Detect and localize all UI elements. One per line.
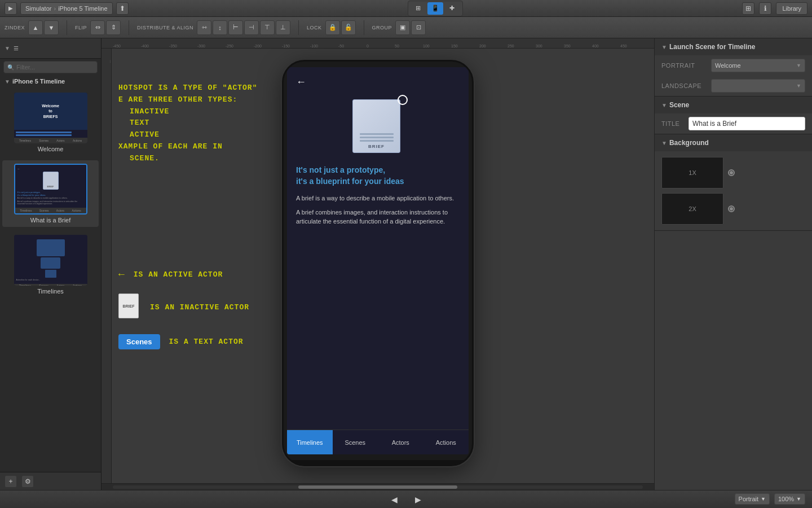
play-button[interactable]: ▶ bbox=[5, 2, 17, 15]
bg-1x-label: 1X bbox=[689, 169, 696, 176]
sidebar-item-what-is-brief[interactable]: ← BRIEF It's not just a prototype,it's a… bbox=[2, 160, 99, 227]
group-btn[interactable]: ▣ bbox=[395, 20, 410, 35]
search-placeholder: Filter... bbox=[16, 64, 35, 71]
info-icon[interactable]: ℹ bbox=[759, 2, 771, 15]
zindex-up-btn[interactable]: ▲ bbox=[28, 20, 43, 35]
sidebar-header: ▼ ☰ bbox=[0, 38, 101, 59]
scrollbar-thumb[interactable] bbox=[298, 485, 457, 489]
portrait-row: PORTRAIT Welcome ▼ bbox=[655, 55, 812, 76]
zoom-label: 100% bbox=[778, 496, 794, 502]
device-desktop bbox=[37, 239, 65, 256]
sidebar-toggle[interactable]: ▼ iPhone 5 Timeline bbox=[0, 76, 101, 87]
phone-desc2: A brief combines images, and interaction… bbox=[296, 208, 460, 226]
sidebar-collapse-icon[interactable]: ▼ bbox=[5, 45, 10, 51]
device-phone bbox=[45, 270, 56, 278]
brief-thumb-desc: A brief is a way to describe a mobile ap… bbox=[17, 197, 84, 200]
bg-radio-1x[interactable] bbox=[728, 169, 735, 176]
scene-title-input[interactable]: What is a Brief bbox=[689, 117, 805, 130]
phone-tab-timelines[interactable]: Timelines bbox=[287, 430, 333, 454]
phone-tab-scenes[interactable]: Scenes bbox=[333, 430, 378, 454]
flip-v-btn[interactable]: ⇕ bbox=[106, 20, 121, 35]
scene-name-brief: What is a Brief bbox=[30, 217, 71, 224]
landscape-dropdown[interactable]: ▼ bbox=[711, 79, 805, 93]
main-area: ▼ ☰ 🔍 Filter... ▼ iPhone 5 Timeline Welc… bbox=[0, 38, 812, 490]
breadcrumb[interactable]: Simulator › iPhone 5 Timeline bbox=[20, 2, 113, 15]
toolbar-right: ⊞ ℹ Library bbox=[742, 2, 807, 15]
ungroup-btn[interactable]: ⊡ bbox=[411, 20, 426, 35]
brief-tab-bar: Timelines Scenes Actors Actions bbox=[15, 208, 86, 213]
library-button[interactable]: Library bbox=[776, 2, 807, 15]
brief-doc-icon: BRIEF bbox=[352, 99, 403, 156]
align-left-btn[interactable]: ⊢ bbox=[228, 20, 243, 35]
prev-frame-button[interactable]: ◀ bbox=[387, 493, 401, 506]
zoom-dropdown[interactable]: 100% ▼ bbox=[774, 493, 805, 505]
grid-icon[interactable]: ⊞ bbox=[742, 2, 754, 15]
sidebar-item-welcome[interactable]: WelcometoBRIEFS Timelines Scenes Actors … bbox=[2, 89, 99, 156]
welcome-tab-actions: Actions bbox=[73, 139, 82, 142]
next-frame-button[interactable]: ▶ bbox=[411, 493, 425, 506]
phone-back-arrow[interactable]: ← bbox=[296, 76, 460, 88]
brief-thumb-desc2: A brief combines images, and interaction… bbox=[17, 200, 84, 205]
multi-device-icon[interactable]: ⊞ bbox=[411, 2, 426, 15]
scenes-button[interactable]: Scenes bbox=[118, 334, 160, 349]
settings-button[interactable]: ⚙ bbox=[21, 475, 34, 488]
toolbar-center: ⊞ 📱 ✚ bbox=[132, 1, 739, 16]
align-bottom-btn[interactable]: ⊥ bbox=[276, 20, 290, 35]
bottom-right-controls: Portrait ▼ 100% ▼ bbox=[735, 493, 805, 505]
text-actor-label: IS A TEXT ACTOR bbox=[169, 338, 244, 346]
zindex-section: ZINDEX ▲ ▼ bbox=[5, 20, 59, 35]
sidebar-item-timelines[interactable]: A timeline for each device... Timelines … bbox=[2, 231, 99, 298]
bg-radio-2x[interactable] bbox=[728, 205, 735, 212]
add-scene-button[interactable]: + bbox=[5, 475, 17, 488]
lock-label: LOCK bbox=[307, 25, 322, 30]
portrait-dropdown[interactable]: Welcome ▼ bbox=[711, 59, 805, 72]
phone-tab-actors[interactable]: Actors bbox=[378, 430, 423, 454]
unlock-btn[interactable]: 🔓 bbox=[341, 20, 356, 35]
phone-icon[interactable]: 📱 bbox=[427, 2, 443, 15]
brief-doc-line-1 bbox=[360, 133, 394, 135]
sidebar-search[interactable]: 🔍 Filter... bbox=[3, 61, 98, 73]
brief-doc-paper: BRIEF bbox=[352, 99, 400, 153]
scene-section-header[interactable]: ▼ Scene bbox=[655, 97, 812, 113]
chevron-down-icon: ▼ bbox=[5, 78, 10, 85]
ruler-v-label: ... bbox=[107, 60, 111, 63]
brief-doc-line-3 bbox=[360, 140, 394, 142]
zindex-down-btn[interactable]: ▼ bbox=[44, 20, 59, 35]
welcome-thumb-title: WelcometoBRIEFS bbox=[42, 103, 59, 119]
orientation-arrow-icon: ▼ bbox=[761, 496, 766, 502]
phone-device: ← BRIEF bbox=[282, 60, 474, 466]
timelines-thumb-devices bbox=[16, 239, 85, 278]
welcome-tab-actors: Actors bbox=[56, 139, 64, 142]
brief-doc-container: BRIEF bbox=[352, 99, 403, 156]
lock-btn[interactable]: 🔒 bbox=[325, 20, 340, 35]
phone-tagline-line2: it's a blueprint for your ideas bbox=[296, 176, 460, 187]
align-right-btn[interactable]: ⊣ bbox=[244, 20, 259, 35]
align-top-btn[interactable]: ⊤ bbox=[260, 20, 275, 35]
share-button[interactable]: ⬆ bbox=[116, 2, 129, 15]
brief-paper-label: BRIEF bbox=[123, 304, 135, 308]
dist-v-btn[interactable]: ↕ bbox=[213, 20, 227, 35]
actor-examples: ← IS AN ACTIVE ACTOR BRIEF IS AN INACTIV… bbox=[118, 269, 249, 363]
welcome-link-1 bbox=[16, 132, 72, 133]
sidebar-menu-icon[interactable]: ☰ bbox=[14, 45, 19, 51]
canvas-area: -450 -400 -350 -300 -250 -200 -150 -100 … bbox=[102, 38, 654, 490]
phone-tab-actions[interactable]: Actions bbox=[423, 430, 469, 454]
inactive-actor-label: IS AN INACTIVE ACTOR bbox=[150, 303, 249, 312]
group-section: GROUP ▣ ⊡ bbox=[372, 20, 426, 35]
launch-scene-header[interactable]: ▼ Launch Scene for Timeline bbox=[655, 38, 812, 55]
brief-hotspot[interactable] bbox=[398, 95, 408, 105]
background-section: ▼ Background 1X 2X bbox=[655, 134, 812, 231]
brief-paper: BRIEF bbox=[118, 294, 139, 318]
flip-h-btn[interactable]: ⇔ bbox=[90, 20, 105, 35]
scene-name-welcome: Welcome bbox=[38, 146, 64, 152]
brief-thumb-content: ← BRIEF It's not just a prototype,it's a… bbox=[15, 165, 86, 208]
orientation-dropdown[interactable]: Portrait ▼ bbox=[735, 493, 770, 505]
dist-h-btn[interactable]: ⇿ bbox=[197, 20, 211, 35]
canvas-scrollbar[interactable] bbox=[102, 483, 654, 490]
brief-doc-lines bbox=[360, 133, 394, 142]
add-device-icon[interactable]: ✚ bbox=[444, 2, 460, 15]
portrait-value: Welcome bbox=[715, 62, 741, 69]
launch-scene-section: ▼ Launch Scene for Timeline PORTRAIT Wel… bbox=[655, 38, 812, 97]
background-header[interactable]: ▼ Background bbox=[655, 134, 812, 151]
canvas-content[interactable]: ... HOTSPOT IS A TYPE OF "ACTOR" E ARE T… bbox=[102, 49, 654, 483]
